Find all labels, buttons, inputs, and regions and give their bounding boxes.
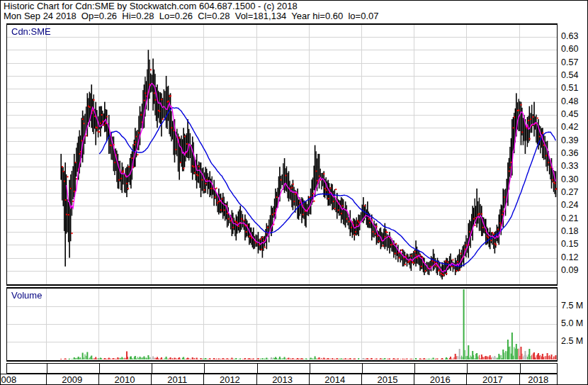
year-boundary-line xyxy=(414,374,414,385)
year-boundary-line xyxy=(203,374,204,385)
year-boundary-tick xyxy=(520,364,521,373)
year-label-2010: 2010 xyxy=(103,374,146,385)
stockwatch-historic-chart: Historic Chart for Cdn:SME by Stockwatch… xyxy=(0,0,588,385)
volume-tick-label: 2.5 M xyxy=(561,336,588,347)
year-boundary-tick xyxy=(47,364,47,373)
year-label-2013: 2013 xyxy=(261,374,304,385)
price-tick-label: 0.48 xyxy=(561,96,588,107)
volume-tick-label: 7.5 M xyxy=(561,301,588,311)
price-tick-label: 0.45 xyxy=(561,109,588,120)
volume-tick-label: 5.0 M xyxy=(561,318,588,329)
year-boundary-line xyxy=(309,374,310,385)
year-boundary-tick xyxy=(414,364,415,373)
price-tick-label: 0.36 xyxy=(561,148,588,159)
header-title: Historic Chart for Cdn:SME by Stockwatch… xyxy=(4,1,298,11)
year-label-2009: 2009 xyxy=(51,374,94,385)
year-boundary-tick xyxy=(99,364,100,373)
year-label-2016: 2016 xyxy=(419,374,461,385)
year-boundary-tick xyxy=(467,364,468,373)
price-tick-label: 0.30 xyxy=(561,174,588,185)
price-tick-label: 0.09 xyxy=(561,265,588,276)
price-tick-label: 0.15 xyxy=(561,239,588,250)
year-label-2015: 2015 xyxy=(366,374,409,385)
year-label-2011: 2011 xyxy=(156,374,198,385)
price-tick-label: 0.57 xyxy=(561,57,588,68)
price-tick-label: 0.42 xyxy=(561,122,588,133)
year-boundary-line xyxy=(466,374,467,385)
year-label-2017: 2017 xyxy=(471,374,514,385)
price-chart-canvas xyxy=(7,25,557,284)
price-tick-label: 0.51 xyxy=(561,83,588,94)
year-boundary-line xyxy=(46,374,47,385)
price-tick-label: 0.24 xyxy=(561,200,588,211)
year-boundary-tick xyxy=(257,364,258,373)
year-label-2008: 2008 xyxy=(0,374,28,385)
volume-pane: Volume xyxy=(6,287,558,362)
price-pane: Cdn:SME xyxy=(6,23,558,286)
price-tick-label: 0.21 xyxy=(561,213,588,224)
year-boundary-line xyxy=(256,374,257,385)
price-tick-label: 0.63 xyxy=(561,31,588,42)
year-label-2018: 2018 xyxy=(517,374,560,385)
symbol-label: Cdn:SME xyxy=(11,26,51,37)
year-boundary-tick xyxy=(310,364,310,373)
price-tick-label: 0.27 xyxy=(561,187,588,198)
price-tick-label: 0.18 xyxy=(561,226,588,237)
volume-pane-label: Volume xyxy=(11,290,42,301)
price-tick-label: 0.12 xyxy=(561,252,588,263)
year-boundary-line xyxy=(361,374,362,385)
year-label-2014: 2014 xyxy=(314,374,356,385)
price-tick-label: 0.33 xyxy=(561,161,588,172)
year-boundary-line xyxy=(151,374,152,385)
year-label-2012: 2012 xyxy=(208,374,251,385)
x-axis-year-labels: 2008200920102011201220132014201520162017… xyxy=(1,374,558,385)
header-quote-line: Mon Sep 24 2018 Op=0.26 Hi=0.28 Lo=0.26 … xyxy=(4,11,378,21)
price-tick-label: 0.54 xyxy=(561,70,588,81)
year-boundary-tick xyxy=(152,364,152,373)
year-boundary-tick xyxy=(362,364,363,373)
volume-chart-canvas xyxy=(7,289,557,360)
price-tick-label: 0.60 xyxy=(561,44,588,55)
price-tick-label: 0.39 xyxy=(561,135,588,146)
x-axis-tick-row xyxy=(6,363,558,374)
year-boundary-tick xyxy=(204,364,205,373)
year-boundary-line xyxy=(98,374,99,385)
